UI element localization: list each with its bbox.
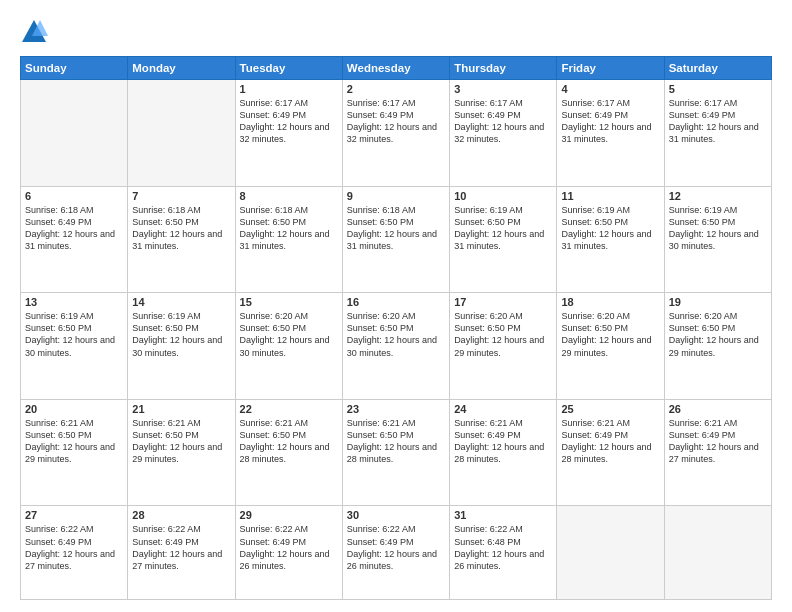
- col-header-wednesday: Wednesday: [342, 57, 449, 80]
- day-number: 18: [561, 296, 659, 308]
- col-header-friday: Friday: [557, 57, 664, 80]
- calendar-cell: 12Sunrise: 6:19 AM Sunset: 6:50 PM Dayli…: [664, 186, 771, 293]
- day-number: 16: [347, 296, 445, 308]
- day-info: Sunrise: 6:19 AM Sunset: 6:50 PM Dayligh…: [454, 204, 552, 253]
- day-info: Sunrise: 6:18 AM Sunset: 6:50 PM Dayligh…: [240, 204, 338, 253]
- calendar-cell: [557, 506, 664, 600]
- calendar-cell: 4Sunrise: 6:17 AM Sunset: 6:49 PM Daylig…: [557, 80, 664, 187]
- day-number: 7: [132, 190, 230, 202]
- calendar-week-2: 13Sunrise: 6:19 AM Sunset: 6:50 PM Dayli…: [21, 293, 772, 400]
- calendar-week-3: 20Sunrise: 6:21 AM Sunset: 6:50 PM Dayli…: [21, 399, 772, 506]
- calendar-cell: 29Sunrise: 6:22 AM Sunset: 6:49 PM Dayli…: [235, 506, 342, 600]
- calendar-cell: 15Sunrise: 6:20 AM Sunset: 6:50 PM Dayli…: [235, 293, 342, 400]
- calendar-cell: 13Sunrise: 6:19 AM Sunset: 6:50 PM Dayli…: [21, 293, 128, 400]
- day-info: Sunrise: 6:21 AM Sunset: 6:49 PM Dayligh…: [669, 417, 767, 466]
- day-info: Sunrise: 6:18 AM Sunset: 6:50 PM Dayligh…: [132, 204, 230, 253]
- calendar-cell: 14Sunrise: 6:19 AM Sunset: 6:50 PM Dayli…: [128, 293, 235, 400]
- calendar-cell: 22Sunrise: 6:21 AM Sunset: 6:50 PM Dayli…: [235, 399, 342, 506]
- day-info: Sunrise: 6:19 AM Sunset: 6:50 PM Dayligh…: [132, 310, 230, 359]
- day-number: 28: [132, 509, 230, 521]
- col-header-tuesday: Tuesday: [235, 57, 342, 80]
- day-number: 12: [669, 190, 767, 202]
- day-number: 30: [347, 509, 445, 521]
- calendar-cell: 9Sunrise: 6:18 AM Sunset: 6:50 PM Daylig…: [342, 186, 449, 293]
- day-number: 11: [561, 190, 659, 202]
- col-header-monday: Monday: [128, 57, 235, 80]
- day-number: 2: [347, 83, 445, 95]
- day-info: Sunrise: 6:19 AM Sunset: 6:50 PM Dayligh…: [25, 310, 123, 359]
- day-info: Sunrise: 6:18 AM Sunset: 6:49 PM Dayligh…: [25, 204, 123, 253]
- day-info: Sunrise: 6:19 AM Sunset: 6:50 PM Dayligh…: [561, 204, 659, 253]
- col-header-thursday: Thursday: [450, 57, 557, 80]
- day-info: Sunrise: 6:17 AM Sunset: 6:49 PM Dayligh…: [347, 97, 445, 146]
- day-number: 25: [561, 403, 659, 415]
- day-number: 17: [454, 296, 552, 308]
- calendar-cell: [664, 506, 771, 600]
- day-info: Sunrise: 6:21 AM Sunset: 6:50 PM Dayligh…: [240, 417, 338, 466]
- calendar-week-0: 1Sunrise: 6:17 AM Sunset: 6:49 PM Daylig…: [21, 80, 772, 187]
- day-info: Sunrise: 6:20 AM Sunset: 6:50 PM Dayligh…: [240, 310, 338, 359]
- day-number: 29: [240, 509, 338, 521]
- day-info: Sunrise: 6:21 AM Sunset: 6:49 PM Dayligh…: [561, 417, 659, 466]
- day-info: Sunrise: 6:22 AM Sunset: 6:48 PM Dayligh…: [454, 523, 552, 572]
- calendar-cell: 10Sunrise: 6:19 AM Sunset: 6:50 PM Dayli…: [450, 186, 557, 293]
- day-info: Sunrise: 6:20 AM Sunset: 6:50 PM Dayligh…: [347, 310, 445, 359]
- calendar-cell: 1Sunrise: 6:17 AM Sunset: 6:49 PM Daylig…: [235, 80, 342, 187]
- day-number: 19: [669, 296, 767, 308]
- day-number: 8: [240, 190, 338, 202]
- day-number: 21: [132, 403, 230, 415]
- calendar-cell: 19Sunrise: 6:20 AM Sunset: 6:50 PM Dayli…: [664, 293, 771, 400]
- day-number: 14: [132, 296, 230, 308]
- logo: [20, 18, 52, 46]
- calendar-cell: 27Sunrise: 6:22 AM Sunset: 6:49 PM Dayli…: [21, 506, 128, 600]
- day-number: 6: [25, 190, 123, 202]
- calendar-week-1: 6Sunrise: 6:18 AM Sunset: 6:49 PM Daylig…: [21, 186, 772, 293]
- day-info: Sunrise: 6:22 AM Sunset: 6:49 PM Dayligh…: [25, 523, 123, 572]
- calendar-table: SundayMondayTuesdayWednesdayThursdayFrid…: [20, 56, 772, 600]
- col-header-sunday: Sunday: [21, 57, 128, 80]
- day-number: 3: [454, 83, 552, 95]
- day-number: 10: [454, 190, 552, 202]
- calendar-cell: 31Sunrise: 6:22 AM Sunset: 6:48 PM Dayli…: [450, 506, 557, 600]
- day-number: 15: [240, 296, 338, 308]
- calendar-header-row: SundayMondayTuesdayWednesdayThursdayFrid…: [21, 57, 772, 80]
- calendar-cell: 25Sunrise: 6:21 AM Sunset: 6:49 PM Dayli…: [557, 399, 664, 506]
- day-info: Sunrise: 6:18 AM Sunset: 6:50 PM Dayligh…: [347, 204, 445, 253]
- day-info: Sunrise: 6:21 AM Sunset: 6:50 PM Dayligh…: [347, 417, 445, 466]
- calendar-cell: 16Sunrise: 6:20 AM Sunset: 6:50 PM Dayli…: [342, 293, 449, 400]
- day-number: 27: [25, 509, 123, 521]
- day-number: 26: [669, 403, 767, 415]
- logo-icon: [20, 18, 48, 46]
- calendar-cell: 18Sunrise: 6:20 AM Sunset: 6:50 PM Dayli…: [557, 293, 664, 400]
- calendar-cell: 3Sunrise: 6:17 AM Sunset: 6:49 PM Daylig…: [450, 80, 557, 187]
- day-info: Sunrise: 6:21 AM Sunset: 6:50 PM Dayligh…: [25, 417, 123, 466]
- calendar-cell: 5Sunrise: 6:17 AM Sunset: 6:49 PM Daylig…: [664, 80, 771, 187]
- day-number: 1: [240, 83, 338, 95]
- day-number: 24: [454, 403, 552, 415]
- day-number: 22: [240, 403, 338, 415]
- calendar-cell: 2Sunrise: 6:17 AM Sunset: 6:49 PM Daylig…: [342, 80, 449, 187]
- day-number: 23: [347, 403, 445, 415]
- day-number: 20: [25, 403, 123, 415]
- calendar-cell: [21, 80, 128, 187]
- calendar-cell: 26Sunrise: 6:21 AM Sunset: 6:49 PM Dayli…: [664, 399, 771, 506]
- day-number: 13: [25, 296, 123, 308]
- day-info: Sunrise: 6:17 AM Sunset: 6:49 PM Dayligh…: [561, 97, 659, 146]
- day-number: 4: [561, 83, 659, 95]
- day-info: Sunrise: 6:22 AM Sunset: 6:49 PM Dayligh…: [347, 523, 445, 572]
- calendar-cell: 24Sunrise: 6:21 AM Sunset: 6:49 PM Dayli…: [450, 399, 557, 506]
- day-number: 5: [669, 83, 767, 95]
- col-header-saturday: Saturday: [664, 57, 771, 80]
- calendar-cell: [128, 80, 235, 187]
- calendar-cell: 6Sunrise: 6:18 AM Sunset: 6:49 PM Daylig…: [21, 186, 128, 293]
- day-info: Sunrise: 6:17 AM Sunset: 6:49 PM Dayligh…: [669, 97, 767, 146]
- calendar-cell: 20Sunrise: 6:21 AM Sunset: 6:50 PM Dayli…: [21, 399, 128, 506]
- calendar-cell: 21Sunrise: 6:21 AM Sunset: 6:50 PM Dayli…: [128, 399, 235, 506]
- page: SundayMondayTuesdayWednesdayThursdayFrid…: [0, 0, 792, 612]
- calendar-cell: 17Sunrise: 6:20 AM Sunset: 6:50 PM Dayli…: [450, 293, 557, 400]
- calendar-cell: 7Sunrise: 6:18 AM Sunset: 6:50 PM Daylig…: [128, 186, 235, 293]
- day-number: 31: [454, 509, 552, 521]
- day-info: Sunrise: 6:21 AM Sunset: 6:49 PM Dayligh…: [454, 417, 552, 466]
- day-number: 9: [347, 190, 445, 202]
- calendar-week-4: 27Sunrise: 6:22 AM Sunset: 6:49 PM Dayli…: [21, 506, 772, 600]
